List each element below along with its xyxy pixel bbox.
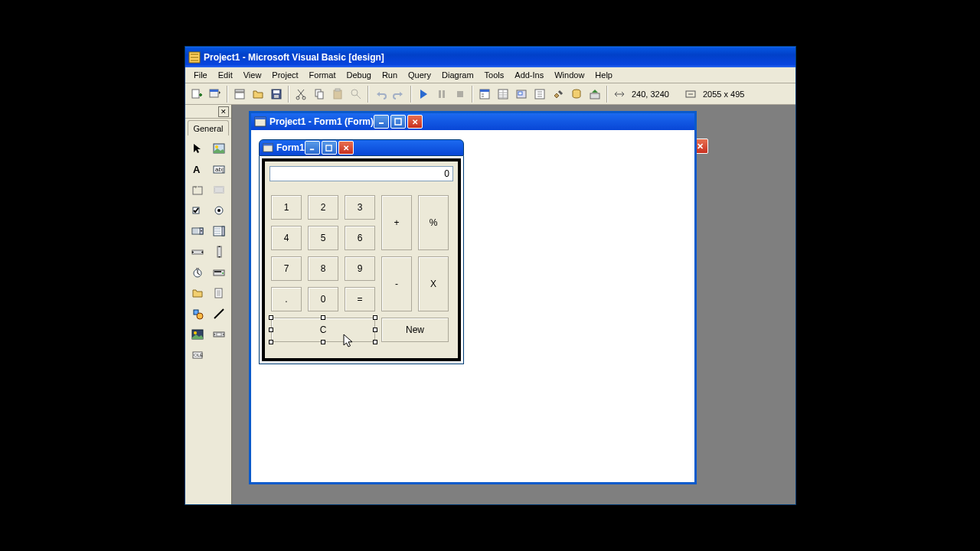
- calc-btn-dot[interactable]: .: [271, 287, 302, 311]
- tool-hscrollbar[interactable]: [188, 242, 207, 261]
- calc-btn-8[interactable]: 8: [308, 256, 338, 281]
- calc-btn-plus[interactable]: +: [381, 195, 412, 250]
- tb-data-view[interactable]: [568, 86, 585, 103]
- titlebar[interactable]: Project1 - Microsoft Visual Basic [desig…: [185, 47, 795, 67]
- designer-minimize-button[interactable]: [374, 115, 389, 129]
- selection-handle[interactable]: [373, 328, 377, 332]
- calc-btn-0[interactable]: 0: [308, 287, 338, 311]
- calc-btn-3[interactable]: 3: [345, 195, 375, 220]
- form-window[interactable]: Form1 ✕: [259, 139, 464, 364]
- tb-object-browser[interactable]: [531, 86, 548, 103]
- tb-open[interactable]: [250, 86, 266, 103]
- form-client-area[interactable]: 0 1 2 3 4 5 6 7: [265, 161, 458, 358]
- form-close-button[interactable]: ✕: [338, 141, 354, 155]
- tb-toolbox[interactable]: [550, 86, 567, 103]
- tool-filelistbox[interactable]: [210, 283, 229, 302]
- calc-btn-new[interactable]: New: [381, 318, 449, 342]
- tool-shape[interactable]: [188, 304, 207, 323]
- designer-titlebar[interactable]: Project1 - Form1 (Form) ✕: [251, 113, 694, 130]
- menu-query[interactable]: Query: [403, 69, 436, 81]
- calc-btn-6[interactable]: 6: [345, 226, 375, 250]
- tb-menu-editor[interactable]: [231, 86, 248, 103]
- calc-btn-minus[interactable]: -: [381, 256, 412, 311]
- toolbox-tab-general[interactable]: General: [188, 120, 229, 135]
- form-titlebar[interactable]: Form1 ✕: [259, 139, 464, 156]
- calc-btn-7[interactable]: 7: [271, 256, 302, 281]
- tb-undo[interactable]: [372, 86, 389, 103]
- tool-label[interactable]: A: [188, 159, 207, 178]
- tb-find[interactable]: [348, 86, 364, 103]
- calc-btn-1[interactable]: 1: [271, 195, 302, 220]
- tool-dirlistbox[interactable]: [188, 283, 207, 302]
- calc-btn-4[interactable]: 4: [271, 226, 302, 250]
- tb-redo[interactable]: [390, 86, 407, 103]
- tb-form-layout[interactable]: [513, 86, 530, 103]
- selection-handle[interactable]: [269, 315, 273, 320]
- selection-handle[interactable]: [321, 315, 325, 320]
- tool-drivelistbox[interactable]: [210, 262, 229, 282]
- calc-btn-2[interactable]: 2: [308, 195, 338, 220]
- selection-handle[interactable]: [269, 340, 273, 344]
- svg-rect-52: [215, 289, 222, 298]
- tb-break[interactable]: [433, 86, 450, 103]
- menu-diagram[interactable]: Diagram: [436, 69, 479, 81]
- form-designer-window[interactable]: Project1 - Form1 (Form) ✕: [249, 111, 697, 484]
- tool-combobox[interactable]: [188, 221, 207, 240]
- designer-maximize-button[interactable]: [390, 115, 406, 129]
- tool-picturebox[interactable]: [210, 139, 229, 158]
- menu-tools[interactable]: Tools: [479, 69, 510, 81]
- tb-save[interactable]: [268, 86, 285, 103]
- selection-handle[interactable]: [321, 340, 325, 344]
- svg-text:ab|: ab|: [215, 166, 224, 173]
- menu-addins[interactable]: Add-Ins: [509, 69, 549, 81]
- calc-btn-percent[interactable]: %: [418, 195, 449, 250]
- menu-view[interactable]: View: [238, 69, 267, 81]
- menu-debug[interactable]: Debug: [341, 69, 376, 81]
- tb-add-project[interactable]: [188, 86, 205, 103]
- calc-display-textbox[interactable]: 0: [270, 166, 453, 181]
- designer-canvas[interactable]: Form1 ✕: [251, 130, 694, 482]
- tb-add-form[interactable]: [207, 86, 224, 103]
- tool-listbox[interactable]: [210, 221, 229, 240]
- menu-window[interactable]: Window: [549, 69, 590, 81]
- menu-edit[interactable]: Edit: [213, 69, 238, 81]
- menu-help[interactable]: Help: [590, 69, 618, 81]
- menu-run[interactable]: Run: [377, 69, 403, 81]
- form-maximize-button[interactable]: [322, 141, 337, 155]
- tool-timer[interactable]: [188, 262, 207, 282]
- calc-btn-clear[interactable]: C: [271, 318, 375, 342]
- calc-btn-9[interactable]: 9: [345, 256, 375, 281]
- tb-cut[interactable]: [292, 86, 309, 103]
- designer-close-button[interactable]: ✕: [407, 115, 423, 129]
- menu-format[interactable]: Format: [304, 69, 341, 81]
- tb-properties[interactable]: [495, 86, 511, 103]
- menu-file[interactable]: File: [188, 69, 213, 81]
- calc-btn-multiply[interactable]: X: [418, 256, 449, 311]
- tool-textbox[interactable]: ab|: [210, 159, 229, 178]
- tool-frame[interactable]: xy: [188, 180, 207, 199]
- tool-commandbutton[interactable]: [210, 180, 229, 199]
- tool-data[interactable]: [210, 324, 229, 344]
- tb-start[interactable]: [415, 86, 432, 103]
- selection-handle[interactable]: [373, 315, 377, 320]
- calc-btn-equals[interactable]: =: [345, 287, 375, 311]
- tool-ole[interactable]: OLE: [188, 345, 207, 364]
- tool-vscrollbar[interactable]: [210, 242, 229, 261]
- tb-project-explorer[interactable]: [476, 86, 493, 103]
- selection-handle[interactable]: [269, 328, 273, 332]
- tb-copy[interactable]: [311, 86, 328, 103]
- tool-optionbutton[interactable]: [210, 201, 229, 220]
- svg-rect-45: [192, 250, 203, 254]
- tb-end[interactable]: [452, 86, 469, 103]
- tool-pointer[interactable]: [188, 139, 207, 158]
- form-minimize-button[interactable]: [305, 141, 320, 155]
- toolbox-close-button[interactable]: ✕: [218, 106, 229, 117]
- tool-line[interactable]: [210, 304, 229, 323]
- tb-component-manager[interactable]: [586, 86, 603, 103]
- menu-project[interactable]: Project: [266, 69, 303, 81]
- selection-handle[interactable]: [373, 340, 377, 344]
- tb-paste[interactable]: [329, 86, 346, 103]
- calc-btn-5[interactable]: 5: [308, 226, 338, 250]
- tool-image[interactable]: [188, 324, 207, 344]
- tool-checkbox[interactable]: [188, 201, 207, 220]
